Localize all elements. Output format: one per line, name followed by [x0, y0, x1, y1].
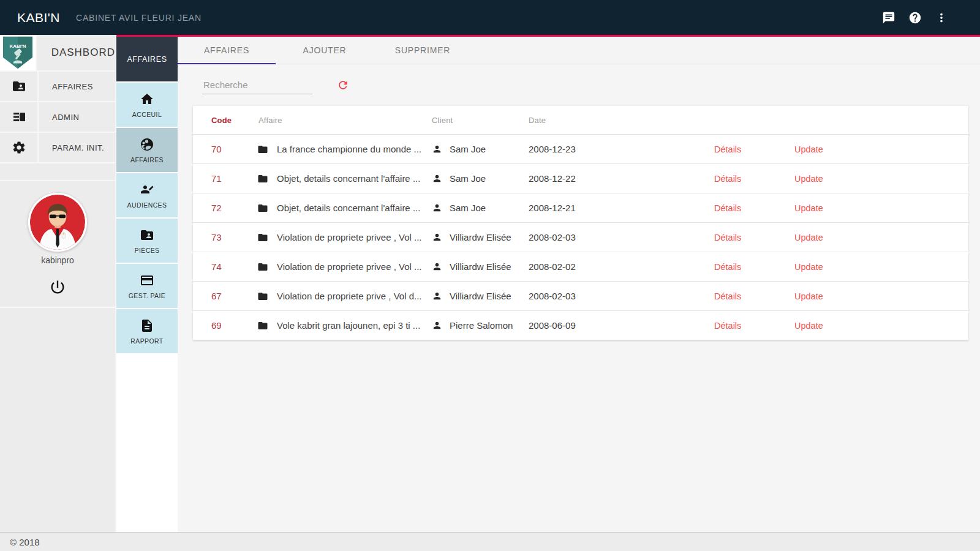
- col-header-code: Code: [193, 116, 251, 125]
- username: kabinpro: [0, 255, 115, 265]
- update-link[interactable]: Update: [784, 144, 968, 154]
- sidebar-spacer: [0, 163, 115, 181]
- affaire-text: Objet, details concernant l'affaire ...: [277, 173, 420, 184]
- cell-affaire: La france championne du monde ...: [251, 144, 423, 155]
- footer: © 2018: [0, 532, 980, 551]
- cell-code: 72: [193, 203, 251, 213]
- table-row: 67 Violation de propriete prive , Vol d.…: [193, 282, 968, 311]
- subnav-item-label: PIÈCES: [135, 247, 160, 254]
- affaire-text: La france championne du monde ...: [277, 144, 421, 154]
- cell-client: Sam Joe: [423, 173, 518, 184]
- details-link[interactable]: Détails: [698, 144, 784, 154]
- update-link[interactable]: Update: [784, 174, 968, 184]
- details-link[interactable]: Détails: [698, 233, 784, 242]
- person-icon: [432, 173, 442, 184]
- update-link[interactable]: Update: [784, 203, 968, 213]
- subnav-item-gest-paie[interactable]: GEST. PAIE: [116, 264, 178, 308]
- sidebar-item-admin[interactable]: ADMIN: [0, 102, 115, 133]
- update-link[interactable]: Update: [784, 262, 968, 272]
- more-vert-button[interactable]: [935, 11, 948, 24]
- subnav-item-label: AFFAIRES: [130, 156, 164, 163]
- subnav-item-affaires[interactable]: AFFAIRES: [116, 128, 178, 172]
- more-vert-icon: [935, 11, 948, 24]
- client-text: Sam Joe: [450, 173, 486, 184]
- subnav-item-pi-ces[interactable]: PIÈCES: [116, 219, 178, 263]
- affaire-text: Violation de propriete prive , Vol d...: [277, 291, 422, 301]
- folder-icon: [257, 203, 268, 214]
- cell-code: 73: [193, 232, 251, 242]
- update-link[interactable]: Update: [784, 321, 968, 331]
- sidebar-item-label: PARAM. INIT.: [39, 133, 104, 162]
- table-row: 70 La france championne du monde ... Sam…: [193, 135, 968, 164]
- update-link[interactable]: Update: [784, 291, 968, 301]
- details-link[interactable]: Détails: [698, 321, 784, 331]
- affaire-text: Violation de propriete privee , Vol ...: [277, 232, 422, 242]
- module-subnav: AFFAIRES ACCEUIL AFFAIRES AUDIENCES PIÈC…: [116, 35, 178, 532]
- cell-date: 2008-06-09: [518, 320, 698, 331]
- col-header-affaire: Affaire: [251, 116, 423, 125]
- folder-icon: [257, 320, 268, 331]
- affaire-text: Violation de propriete privee , Vol ...: [277, 261, 422, 272]
- cabinet-subtitle: CABINET AVIL FLEURI JEAN: [76, 13, 202, 23]
- details-link[interactable]: Détails: [698, 291, 784, 301]
- chat-icon: [882, 11, 895, 24]
- settings-gear-icon: [12, 140, 26, 155]
- subnav-item-label: GEST. PAIE: [129, 292, 165, 299]
- cell-date: 2008-02-03: [518, 232, 698, 242]
- update-link[interactable]: Update: [784, 233, 968, 242]
- cell-date: 2008-12-21: [518, 203, 698, 213]
- table-row: 73 Violation de propriete privee , Vol .…: [193, 223, 968, 252]
- search-input[interactable]: [202, 76, 312, 94]
- table-header-row: Code Affaire Client Date: [193, 106, 968, 135]
- tab-ajouter[interactable]: AJOUTER: [276, 37, 374, 64]
- cell-affaire: Violation de propriete prive , Vol d...: [251, 291, 423, 302]
- help-icon: [908, 11, 922, 24]
- sidebar-nav: AFFAIRES ADMIN PARAM. INIT.: [0, 72, 115, 163]
- content-area: Code Affaire Client Date 70 La france ch…: [193, 65, 968, 532]
- dashboard-title: DASHBORD: [51, 47, 115, 59]
- dashboard-title-cell: DASHBORD: [36, 35, 115, 70]
- credit-card-icon: [140, 273, 154, 288]
- client-text: Villiardw Elisée: [450, 232, 511, 242]
- cell-code: 67: [193, 291, 251, 301]
- person-icon: [432, 203, 442, 213]
- refresh-button[interactable]: [337, 79, 349, 91]
- folder-icon: [257, 261, 268, 272]
- logo-cell[interactable]: KABI'N: [0, 35, 36, 70]
- cell-affaire: Violation de propriete privee , Vol ...: [251, 232, 423, 243]
- affaire-text: Objet, details concernant l'affaire ...: [277, 203, 420, 213]
- client-text: Sam Joe: [450, 144, 486, 154]
- user-avatar[interactable]: [28, 193, 87, 252]
- cell-client: Villiardw Elisée: [423, 261, 518, 272]
- table-row: 71 Objet, details concernant l'affaire .…: [193, 164, 968, 193]
- tab-affaires[interactable]: AFFAIRES: [178, 37, 276, 64]
- subnav-item-acceuil[interactable]: ACCEUIL: [116, 83, 178, 127]
- topbar-actions: [882, 11, 948, 24]
- folder-shared-icon: [140, 228, 154, 242]
- details-link[interactable]: Détails: [698, 262, 784, 272]
- subnav-item-audiences[interactable]: AUDIENCES: [116, 173, 178, 217]
- details-link[interactable]: Détails: [698, 174, 784, 184]
- chat-button[interactable]: [882, 11, 895, 24]
- cell-date: 2008-12-23: [518, 144, 698, 154]
- details-link[interactable]: Détails: [698, 203, 784, 213]
- subnav-item-label: AUDIENCES: [127, 201, 167, 209]
- sidebar-item-icon-cell: [0, 72, 39, 101]
- home-icon: [140, 92, 154, 107]
- tab-supprimer[interactable]: SUPPRIMER: [374, 37, 472, 64]
- folder-icon: [257, 232, 268, 243]
- sidebar-item-param-init-[interactable]: PARAM. INIT.: [0, 133, 115, 163]
- person-icon: [432, 261, 442, 272]
- cell-code: 71: [193, 173, 251, 184]
- group-circle-icon: [140, 137, 154, 152]
- help-button[interactable]: [908, 11, 922, 24]
- subnav-item-rapport[interactable]: RAPPORT: [116, 309, 178, 353]
- search-row: [193, 65, 968, 105]
- logout-power-button[interactable]: [49, 279, 66, 296]
- folder-shared-icon: [12, 79, 26, 94]
- svg-text:KABI'N: KABI'N: [9, 43, 26, 48]
- affaire-text: Vole kabrit gran lajounen, epi 3 ti ...: [277, 320, 420, 331]
- sidebar-item-affaires[interactable]: AFFAIRES: [0, 72, 115, 102]
- col-header-client: Client: [423, 116, 518, 125]
- cell-date: 2008-12-22: [518, 173, 698, 184]
